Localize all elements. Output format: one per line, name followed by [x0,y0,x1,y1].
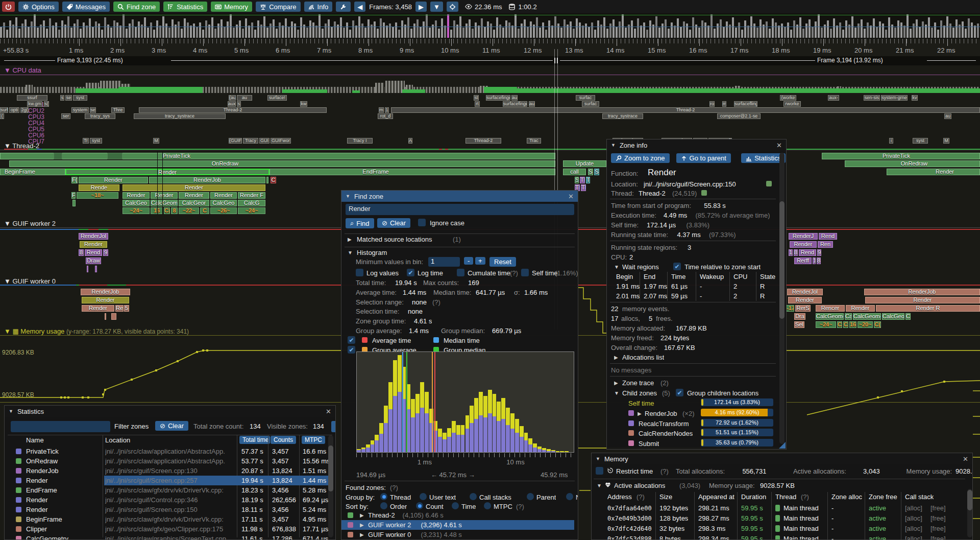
timeline-zone[interactable]: CalcGeo [882,313,904,320]
zone-group-row[interactable]: ▶GUIF worker 0(3,231) 4.48 s [341,530,574,539]
cpu-zone-chip[interactable]: s [237,101,241,107]
cpu-zone-chip[interactable]: sen-sis [864,95,880,101]
histogram-label[interactable]: Histogram [357,249,387,256]
timeline-zone[interactable]: Tl [580,177,585,183]
collapse-icon[interactable]: ▼ [614,264,619,270]
wait-col-begin[interactable]: Begin [616,273,633,280]
timeline-zone[interactable] [105,313,106,320]
cpu-zone-chip[interactable]: i [889,138,893,144]
child-zone-name[interactable]: CalcRenderNodes [639,430,693,437]
groupby-radio-parent[interactable] [527,493,534,500]
scrollbar[interactable] [967,489,972,537]
statistics-button[interactable]: Statistics [163,2,207,12]
timeline-zone[interactable]: Rerff [794,257,812,264]
timeline-zone[interactable]: C [200,207,209,214]
timeline-zone[interactable]: C [905,313,911,320]
expand-icon[interactable]: ▶ [638,411,642,416]
timeline-zone[interactable]: C [837,321,842,328]
ignore-case-checkbox[interactable] [418,219,426,226]
timeline-zone[interactable]: Dra [794,313,805,320]
mem-col-zone-alloc[interactable]: Zone alloc [831,493,862,501]
timeline-zone[interactable]: Re [115,305,124,312]
cpu-zone-chip[interactable]: tracy_systrace [602,113,643,119]
timeline-zone[interactable]: BeginFrame [0,169,65,175]
cpu-zone-chip[interactable]: system-grne [881,95,908,101]
collapse-icon[interactable]: ▼ [614,390,619,396]
close-icon[interactable]: ✕ [963,455,968,463]
collapse-icon[interactable]: ▼ [9,409,13,414]
col-total-time[interactable]: Total time [239,436,270,444]
timeline-zone[interactable]: Render [122,192,150,199]
cpu-zone-chip[interactable]: A [408,138,412,144]
timeline-zone[interactable]: OnRedraw [845,160,980,167]
cpu-zone-chip[interactable]: st [474,95,479,101]
timeline-zone[interactable]: Rend [85,249,102,256]
sortby-radio-order[interactable] [380,502,387,509]
timeline-zone[interactable]: C [843,321,848,328]
timeline-zone[interactable] [266,177,268,183]
sortby-radio-mtpc[interactable] [484,502,491,509]
cpu-zone-chip[interactable]: Thread-2 [391,107,980,113]
timeline-zone[interactable]: -17 [786,305,794,312]
cpu-zone-chip[interactable]: composer@2.1-se [717,113,761,119]
scrollbar-thumb[interactable] [328,445,333,491]
mem-col-size[interactable]: Size [659,493,672,501]
memory-button[interactable]: Memory [211,2,252,12]
options-button[interactable]: Options [18,2,59,12]
collapse-icon[interactable]: ▼ [596,456,600,461]
thread-header[interactable]: ▼ GUIF worker 2 [4,220,56,227]
mem-col-appeared-at[interactable]: Appeared at [698,493,734,501]
find-zone-titlebar[interactable]: ▼ Find zone ✕ [341,191,578,202]
timeline-zone[interactable]: CalcGeomet [853,313,881,320]
timeline-zone[interactable]: ~24~ [122,207,150,214]
mem-col-zone-free[interactable]: Zone free [869,493,897,501]
group-children-checkbox[interactable]: ✔ [676,389,683,396]
clear-filter-button[interactable]: ⊘Clear [155,421,188,431]
cpu-zone-chip[interactable]: system [71,107,89,113]
table-row[interactable]: Clipperjni/../jni/src/claw/gfx/geo/Clipp… [5,524,328,534]
cpu-zone-chip[interactable]: Thre [111,107,125,113]
mem-col-duration[interactable]: Duration [741,493,766,501]
timeline-zone[interactable]: Render [151,192,178,199]
checkbox-self-time[interactable] [521,269,529,276]
table-row[interactable]: Renderjni/../jni/src/guif/Control.cpp:34… [5,495,328,505]
zone-trace-label[interactable]: Zone trace [622,379,654,387]
cpu-zone-chip[interactable]: M [153,138,159,144]
cpu-zone-chip[interactable]: rot_d [378,113,393,119]
collapse-icon[interactable]: ▼ [611,143,616,148]
scrollbar-thumb[interactable] [779,201,785,319]
timeline-zone[interactable]: CalcG [238,200,265,206]
free-callstack-button[interactable]: [free] [930,525,946,532]
timeline-zone[interactable]: CalcGeome [816,313,844,320]
timeline-zone[interactable]: Render R [876,305,980,312]
free-callstack-button[interactable]: [free] [930,504,946,512]
table-row[interactable]: Renderjni/../jni/src/guif/Screen.cpp:257… [5,476,328,485]
alloc-callstack-button[interactable]: [alloc] [905,535,922,540]
timeline-zone[interactable]: Rencer [816,305,845,312]
clear-button[interactable]: ⊘Clear [377,218,410,228]
timeline-zone[interactable]: F( [71,177,78,183]
messages-button[interactable]: Messages [62,2,110,12]
timeline-zone[interactable]: 16 [151,207,163,214]
timeline-zone[interactable]: Render [788,297,822,303]
scrollbar[interactable] [779,153,785,444]
cpu-zone-chip[interactable]: GUI [259,138,270,144]
mem-col-address[interactable]: Address [607,493,632,501]
find-zone-button[interactable]: Find zone [113,2,160,12]
frame-time-graph[interactable] [0,13,980,39]
sortby-radio-time[interactable] [452,502,459,509]
timeline-zone[interactable] [72,200,76,206]
table-row[interactable]: CalcGeometryjni/../jni/src/claw/graphics… [5,534,328,540]
collapse-icon[interactable]: ▼ [597,483,602,488]
table-row[interactable]: Renderjni/../jni/src/guif/Screen.cpp:150… [5,505,328,514]
scrollbar[interactable] [328,435,333,537]
prev-frame-button[interactable]: ◀ [354,2,365,12]
cpu-zone-chip[interactable]: M [943,138,949,144]
timeline-zone[interactable] [107,153,122,159]
cpu-zone-chip[interactable]: surfacefinge [503,101,527,107]
timeline-zone[interactable]: RenderJol [79,233,108,240]
cpu-zone-chip[interactable]: rworke [783,101,801,107]
wait-col-time[interactable]: Time [671,273,685,280]
table-row[interactable]: OnRedrawjni/../jni/src/claw/application/… [5,456,328,466]
zone-group-row[interactable]: ▶Thread-2(4,105) 6.46 s [341,510,574,520]
